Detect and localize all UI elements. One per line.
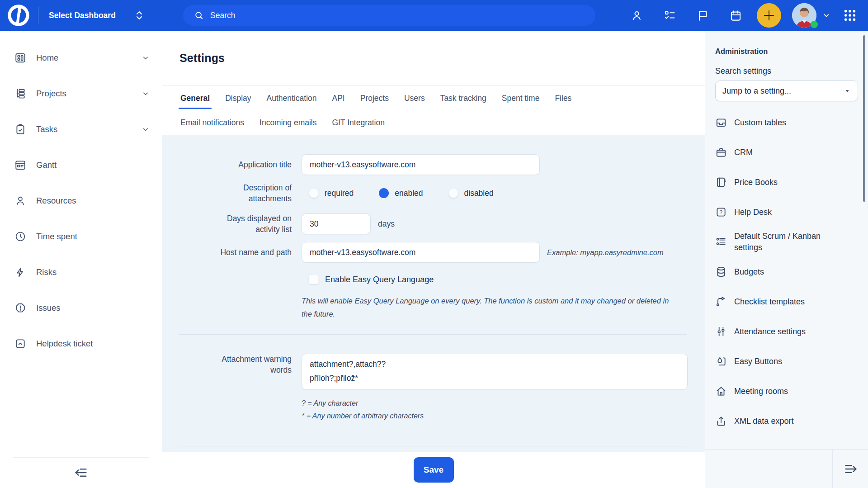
- dashboard-selector[interactable]: Select Dashboard: [49, 0, 144, 31]
- person-icon: [14, 195, 26, 207]
- scrollbar-thumb[interactable]: [863, 35, 865, 202]
- admin-item-label: XML data export: [734, 416, 793, 427]
- tab-incoming-emails[interactable]: Incoming emails: [259, 110, 317, 135]
- tab-users[interactable]: Users: [403, 86, 426, 110]
- days-displayed-label: Days displayed on activity list: [162, 213, 292, 235]
- easy-query-label[interactable]: Enable Easy Query Language: [325, 275, 434, 284]
- radio-option-enabled[interactable]: enabled: [379, 188, 423, 198]
- search-icon: [194, 10, 204, 20]
- sidebar-item-label: Tasks: [36, 124, 57, 134]
- search-settings-label: Search settings: [715, 66, 858, 76]
- tab-projects[interactable]: Projects: [359, 86, 390, 110]
- application-title-row: Application title mother-v13.easysoftwar…: [162, 154, 705, 175]
- page-header: Settings: [162, 31, 705, 86]
- admin-item-meeting-rooms[interactable]: Meeting rooms: [705, 376, 868, 406]
- days-displayed-row: Days displayed on activity list 30 days: [162, 213, 705, 235]
- radio-required-label: required: [325, 189, 354, 198]
- search-input[interactable]: Search: [183, 5, 595, 26]
- host-name-row: Host name and path mother-v13.easysoftwa…: [162, 242, 705, 263]
- host-name-input[interactable]: mother-v13.easysoftware.com: [302, 242, 540, 263]
- topbar-actions: [610, 0, 868, 31]
- user-avatar[interactable]: [792, 3, 816, 28]
- admin-item-label: Attendance settings: [734, 326, 806, 337]
- chevron-down-icon[interactable]: [141, 125, 150, 134]
- sidebar-item-label: Resources: [36, 196, 76, 206]
- briefcase-icon: [715, 147, 727, 158]
- admin-item-price-books[interactable]: Price Books: [705, 167, 868, 197]
- sidebar-item-time-spent[interactable]: Time spent: [0, 218, 162, 254]
- jump-to-setting-select[interactable]: Jump to a setting...: [715, 81, 858, 101]
- alert-octagon-icon: [14, 302, 26, 314]
- tab-display[interactable]: Display: [224, 86, 252, 110]
- add-button[interactable]: [757, 3, 781, 28]
- tab-email-notifications[interactable]: Email notifications: [179, 110, 245, 135]
- tab-files[interactable]: Files: [554, 86, 572, 110]
- tasks-clipboard-icon: [14, 123, 26, 135]
- general-settings-form: Application title mother-v13.easysoftwar…: [162, 135, 705, 452]
- description-of-attachments-label: Description of attachments: [162, 182, 292, 204]
- radio-option-required[interactable]: required: [309, 188, 354, 198]
- radio-option-disabled[interactable]: disabled: [448, 188, 494, 198]
- admin-item-scrum-kanban[interactable]: Default Scrum / Kanban settings: [705, 227, 868, 257]
- right-sidebar-footer: [705, 449, 868, 488]
- expand-sidebar-icon[interactable]: [843, 461, 859, 477]
- sidebar-item-gantt[interactable]: Gantt: [0, 147, 162, 183]
- save-button[interactable]: Save: [414, 457, 454, 483]
- tab-api[interactable]: API: [331, 86, 346, 110]
- attachment-warning-textarea[interactable]: attachment?,attach?? příloh?;přilož*: [302, 354, 688, 390]
- app-logo[interactable]: [5, 2, 32, 28]
- hint-arbitrary-characters: * = Any number of arbitrary characters: [302, 410, 705, 422]
- sliders-icon: [715, 326, 727, 337]
- checklist-icon[interactable]: [664, 9, 676, 22]
- ticket-box-icon: [14, 338, 26, 350]
- grid-menu-icon[interactable]: [843, 8, 857, 23]
- description-of-attachments-row: Description of attachments required enab…: [162, 182, 705, 204]
- sidebar-item-helpdesk-ticket[interactable]: Helpdesk ticket: [0, 326, 162, 361]
- admin-item-crm[interactable]: CRM: [705, 137, 868, 167]
- sidebar-item-issues[interactable]: Issues: [0, 290, 162, 326]
- sidebar-item-label: Time spent: [36, 232, 77, 242]
- application-title-label: Application title: [162, 159, 292, 170]
- collapse-sidebar-icon[interactable]: [73, 465, 89, 480]
- sidebar-item-tasks[interactable]: Tasks: [0, 111, 162, 147]
- calendar-icon[interactable]: [730, 9, 742, 22]
- admin-item-xml-data-export[interactable]: XML data export: [705, 406, 868, 436]
- chevron-down-icon[interactable]: [822, 11, 831, 20]
- administration-items: Custom tables CRM Price Books ? Help: [705, 108, 868, 436]
- radio-enabled[interactable]: [379, 188, 389, 198]
- admin-item-checklist-templates[interactable]: Checklist templates: [705, 287, 868, 317]
- application-title-input[interactable]: mother-v13.easysoftware.com: [302, 154, 540, 175]
- tab-git-integration[interactable]: GIT Integration: [331, 110, 386, 135]
- admin-item-easy-buttons[interactable]: Easy Buttons: [705, 346, 868, 376]
- admin-item-label: Budgets: [734, 266, 764, 278]
- admin-item-label: Custom tables: [734, 117, 786, 128]
- sidebar-item-label: Helpdesk ticket: [36, 339, 93, 349]
- user-icon[interactable]: [631, 9, 643, 22]
- days-displayed-input[interactable]: 30: [302, 213, 371, 234]
- admin-item-label: CRM: [734, 147, 753, 158]
- tab-general[interactable]: General: [179, 86, 211, 110]
- easy-query-checkbox[interactable]: [309, 275, 319, 284]
- tab-task-tracking[interactable]: Task tracking: [439, 86, 487, 110]
- sidebar-item-home[interactable]: Home: [0, 40, 162, 76]
- radio-required[interactable]: [309, 188, 319, 198]
- easy-query-note: This will enable Easy Query Language on …: [302, 294, 679, 321]
- tab-spent-time[interactable]: Spent time: [501, 86, 541, 110]
- host-name-hint: Example: myapp.easyredmine.com: [547, 248, 664, 257]
- dashboard-icon: [14, 52, 26, 64]
- flag-icon[interactable]: [697, 9, 709, 22]
- admin-item-help-desk[interactable]: ? Help Desk: [705, 197, 868, 227]
- admin-item-attendance-settings[interactable]: Attendance settings: [705, 317, 868, 346]
- admin-item-label: Meeting rooms: [734, 386, 788, 397]
- chevron-down-icon[interactable]: [141, 53, 150, 62]
- admin-item-budgets[interactable]: Budgets: [705, 257, 868, 287]
- sidebar-item-risks[interactable]: Risks: [0, 254, 162, 290]
- admin-item-custom-tables[interactable]: Custom tables: [705, 108, 868, 137]
- radio-enabled-label: enabled: [395, 189, 423, 198]
- chevron-down-icon[interactable]: [141, 89, 150, 98]
- radio-disabled[interactable]: [448, 188, 458, 198]
- sidebar-item-resources[interactable]: Resources: [0, 183, 162, 218]
- gantt-icon: [14, 159, 26, 171]
- sidebar-item-projects[interactable]: Projects: [0, 76, 162, 111]
- tab-authentication[interactable]: Authentication: [266, 86, 318, 110]
